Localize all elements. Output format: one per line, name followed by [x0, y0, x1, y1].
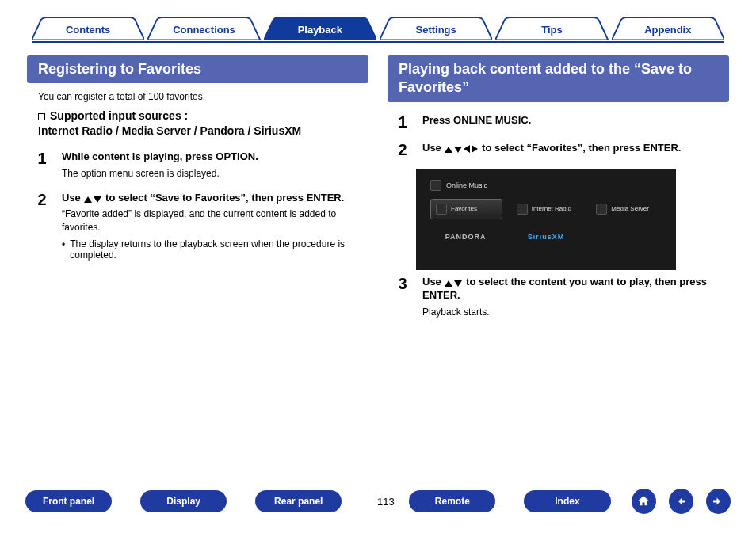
arrow-right-icon [711, 494, 725, 508]
tab-label: Contents [32, 17, 144, 41]
arrow-up-down-icon [444, 276, 463, 287]
right-step-3: 3 Use to select the content you want to … [394, 275, 723, 318]
mini-item-siriusxm: SiriusXM [510, 229, 581, 245]
mini-title-text: Online Music [446, 181, 487, 189]
arrow-left-icon [674, 494, 688, 508]
step-head: Press ONLINE MUSIC. [422, 113, 723, 128]
top-tabs: Contents Connections Playback Settings T… [0, 0, 756, 41]
arrow-all-dir-icon [444, 142, 479, 154]
supported-label: Supported input sources : [50, 109, 188, 122]
mini-item-internet-radio: Internet Radio [512, 199, 582, 219]
step-head-pre: Use [62, 192, 83, 204]
siriusxm-logo: SiriusXM [528, 233, 565, 241]
arrow-up-down-icon [83, 192, 102, 204]
right-column: Playing back content added to the “Save … [388, 55, 729, 329]
tab-label: Appendix [612, 17, 724, 41]
heart-icon [436, 204, 447, 215]
step-number: 2 [394, 141, 411, 158]
right-step-2: 2 Use to select “Favorites”, then press … [394, 141, 723, 158]
svg-rect-0 [682, 501, 685, 503]
step-number: 2 [33, 191, 51, 261]
mini-label: Internet Radio [532, 205, 571, 212]
server-icon [596, 204, 607, 215]
section-title-right: Playing back content added to the “Save … [388, 55, 729, 102]
index-button[interactable]: Index [524, 490, 610, 512]
square-bullet-icon [38, 113, 45, 120]
step-text: “Favorite added” is displayed, and the c… [62, 207, 362, 233]
step-head-post: to select “Save to Favorites”, then pres… [102, 192, 344, 204]
step-text: The option menu screen is displayed. [62, 167, 362, 180]
radio-icon [517, 204, 528, 215]
mini-row-1: Favorites Internet Radio Media Server [430, 199, 662, 219]
step-number: 1 [33, 150, 51, 180]
tab-tips[interactable]: Tips [495, 17, 608, 41]
tab-contents[interactable]: Contents [32, 17, 144, 41]
tab-label: Tips [495, 17, 608, 41]
next-page-button[interactable] [706, 489, 731, 514]
step-head: Use to select “Save to Favorites”, then … [62, 191, 362, 205]
step-head: Use to select “Favorites”, then press EN… [422, 141, 723, 155]
step-text: Playback starts. [422, 306, 723, 318]
step-number: 3 [394, 275, 411, 318]
mini-item-pandora: PANDORA [430, 229, 501, 245]
step-head-pre: Use [422, 142, 444, 154]
step-sub-bullet: • The display returns to the playback sc… [62, 238, 362, 261]
tab-label: Connections [147, 17, 260, 41]
front-panel-button[interactable]: Front panel [25, 490, 112, 512]
pill-label: Front panel [43, 496, 94, 507]
home-icon [636, 494, 651, 508]
tab-appendix[interactable]: Appendix [612, 17, 724, 41]
mini-title: Online Music [430, 180, 662, 191]
tab-settings[interactable]: Settings [380, 17, 492, 41]
left-note: You can register a total of 100 favorite… [27, 88, 368, 109]
mini-label: Favorites [451, 205, 477, 212]
step-head-pre: Use [422, 276, 444, 287]
tab-playback[interactable]: Playback [264, 17, 376, 41]
pill-label: Remote [435, 496, 470, 507]
step-head: Use to select the content you want to pl… [422, 275, 723, 303]
mini-item-favorites: Favorites [430, 199, 502, 219]
left-step-1: 1 While content is playing, press OPTION… [33, 150, 362, 180]
remote-button[interactable]: Remote [409, 490, 495, 512]
pill-label: Rear panel [274, 496, 323, 507]
step-head-post: to select the content you want to play, … [422, 276, 707, 302]
home-button[interactable] [632, 489, 656, 514]
step-sub-text: The display returns to the playback scre… [70, 238, 362, 261]
mini-item-media-server: Media Server [591, 199, 662, 219]
right-step-1: 1 Press ONLINE MUSIC. [394, 113, 723, 130]
pandora-logo: PANDORA [445, 233, 487, 241]
pill-label: Display [166, 496, 200, 507]
step-number: 1 [394, 113, 411, 130]
online-music-icon [430, 180, 441, 191]
tab-connections[interactable]: Connections [147, 17, 260, 41]
section-title-left: Registering to Favorites [27, 55, 368, 83]
page-number: 113 [370, 496, 401, 508]
rear-panel-button[interactable]: Rear panel [255, 490, 342, 512]
mini-label: Media Server [611, 205, 649, 212]
prev-page-button[interactable] [669, 489, 693, 514]
tab-label: Settings [380, 17, 492, 41]
bottom-bar: Front panel Display Rear panel 113 Remot… [0, 489, 756, 514]
left-column: Registering to Favorites You can registe… [27, 55, 368, 329]
supported-sources: Supported input sources : Internet Radio… [27, 109, 368, 150]
tab-label: Playback [264, 17, 376, 41]
mini-row-2: PANDORA SiriusXM [430, 229, 662, 245]
supported-list: Internet Radio / Media Server / Pandora … [38, 124, 301, 137]
bullet-icon: • [62, 238, 65, 261]
left-step-2: 2 Use to select “Save to Favorites”, the… [33, 191, 362, 261]
step-head-post: to select “Favorites”, then press ENTER. [479, 142, 681, 154]
step-head: While content is playing, press OPTION. [62, 150, 362, 164]
display-button[interactable]: Display [140, 490, 227, 512]
pill-label: Index [555, 496, 579, 507]
svg-rect-1 [713, 501, 717, 503]
online-music-screenshot: Online Music Favorites Internet Radio Me… [416, 169, 676, 270]
